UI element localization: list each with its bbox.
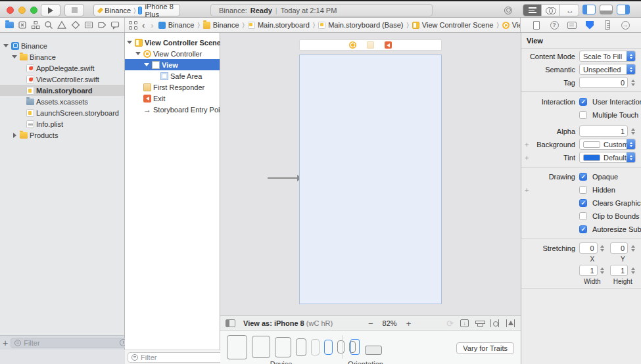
zoom-window-button[interactable] — [30, 7, 37, 14]
size-inspector-tab[interactable] — [602, 20, 613, 30]
symbol-navigator-tab[interactable] — [30, 20, 41, 30]
standard-editor-button[interactable] — [523, 5, 542, 16]
disclosure-triangle[interactable] — [126, 41, 133, 44]
identity-inspector-tab[interactable] — [567, 20, 577, 30]
breadcrumb[interactable]: Binance — [203, 21, 239, 29]
toggle-inspectors-button[interactable] — [617, 5, 630, 14]
test-navigator-tab[interactable] — [70, 20, 81, 30]
file-row-launchscreen[interactable]: LaunchScreen.storyboard — [0, 107, 124, 118]
quick-help-inspector-tab[interactable]: ? — [549, 20, 559, 30]
add-user-defined-attribute-button[interactable]: + — [525, 141, 529, 148]
tag-field[interactable]: 0 — [579, 77, 628, 88]
filter-input[interactable] — [24, 339, 117, 347]
resolve-autolayout-button[interactable] — [506, 319, 515, 327]
file-row-main-storyboard[interactable]: Main.storyboard — [0, 85, 124, 96]
source-control-navigator-tab[interactable] — [17, 20, 28, 30]
outline-row-safe-area[interactable]: Safe Area — [125, 70, 220, 81]
go-back-button[interactable]: ‹ — [141, 20, 146, 30]
related-items-icon[interactable] — [129, 21, 137, 30]
view-controller-icon[interactable] — [349, 41, 356, 49]
navigator-filter-field[interactable] — [11, 338, 140, 348]
scheme-selector[interactable]: Binance 〉 iPhone 8 Plus — [93, 4, 180, 16]
connections-inspector-tab[interactable]: → — [620, 20, 630, 30]
report-navigator-tab[interactable] — [110, 20, 120, 30]
zoom-out-button[interactable]: − — [368, 319, 373, 329]
zoom-in-button[interactable]: + — [406, 319, 412, 329]
storyboard-entry-point-arrow[interactable] — [268, 177, 298, 179]
autoresize-subviews-checkbox[interactable] — [579, 225, 587, 233]
outline-row-entry-point[interactable]: → Storyboard Entry Point — [125, 104, 220, 115]
add-file-button[interactable]: + — [3, 338, 8, 348]
update-frames-button[interactable]: ⟳ — [446, 319, 454, 329]
file-row-infoplist[interactable]: Info.plist — [0, 118, 124, 129]
run-button[interactable] — [41, 4, 60, 16]
stretching-width-field[interactable]: 1 — [579, 265, 598, 276]
stretching-y-stepper[interactable] — [630, 245, 636, 252]
breadcrumb[interactable]: Binance — [158, 21, 195, 29]
stretching-height-stepper[interactable] — [630, 267, 636, 274]
iphone-x-icon[interactable] — [311, 339, 320, 355]
multiple-touch-checkbox[interactable] — [579, 111, 587, 119]
breakpoint-navigator-tab[interactable] — [97, 20, 107, 30]
breadcrumb[interactable]: Main.storyboard — [248, 21, 310, 29]
iphone-se-icon[interactable] — [337, 340, 344, 353]
find-navigator-tab[interactable] — [43, 20, 54, 30]
attributes-inspector-tab[interactable] — [584, 20, 595, 30]
opaque-checkbox[interactable] — [579, 173, 587, 181]
file-row-appdelegate[interactable]: AppDelegate.swift — [0, 62, 124, 74]
view-as-label[interactable]: View as: iPhone 8 (wC hR) — [243, 319, 333, 327]
file-row-products[interactable]: Products — [0, 129, 124, 141]
issue-navigator-tab[interactable] — [57, 20, 67, 30]
iphone-8-plus-icon[interactable] — [296, 338, 306, 356]
disclosure-triangle[interactable] — [11, 55, 18, 58]
toggle-debug-area-button[interactable] — [600, 5, 613, 14]
debug-navigator-tab[interactable] — [83, 20, 94, 30]
vary-for-traits-button[interactable]: Vary for Traits — [456, 342, 514, 354]
ipad-10-5-icon[interactable] — [252, 336, 270, 358]
stretching-height-field[interactable]: 1 — [610, 265, 629, 276]
stretching-y-field[interactable]: 0 — [610, 242, 629, 254]
close-window-button[interactable] — [7, 7, 14, 14]
file-row-assets[interactable]: Assets.xcassets — [0, 96, 124, 107]
outline-row-exit[interactable]: Exit — [125, 93, 220, 104]
ipad-12-9-icon[interactable] — [227, 335, 247, 359]
go-forward-button[interactable]: › — [149, 20, 154, 30]
disclosure-triangle[interactable] — [143, 63, 150, 66]
align-button[interactable] — [475, 319, 484, 327]
exit-icon[interactable] — [385, 41, 392, 49]
toggle-navigator-button[interactable] — [582, 5, 596, 14]
embed-in-button[interactable]: ↓ — [460, 319, 469, 327]
iphone-8-icon-selected[interactable] — [324, 340, 333, 355]
first-responder-icon[interactable] — [367, 41, 374, 49]
tag-stepper[interactable] — [630, 80, 636, 86]
alpha-stepper[interactable] — [630, 128, 636, 135]
target-button[interactable] — [500, 4, 517, 16]
file-row-binance-group[interactable]: Binance — [0, 51, 124, 62]
outline-row-first-responder[interactable]: First Responder — [125, 81, 220, 93]
breadcrumb[interactable]: Main.storyboard (Base) — [318, 21, 403, 29]
hidden-checkbox[interactable] — [579, 186, 587, 194]
background-popup[interactable]: Custom — [579, 139, 636, 150]
outline-row-scene[interactable]: View Controller Scene — [125, 37, 220, 48]
stop-button[interactable] — [64, 4, 84, 16]
disclosure-triangle[interactable] — [11, 133, 18, 138]
file-inspector-tab[interactable] — [531, 20, 542, 30]
view-controller-view[interactable] — [299, 55, 442, 304]
semantic-popup[interactable]: Unspecified — [579, 64, 636, 75]
stretching-x-stepper[interactable] — [600, 245, 605, 252]
minimize-window-button[interactable] — [18, 7, 26, 14]
assistant-editor-button[interactable] — [542, 5, 560, 16]
file-row-binance-project[interactable]: Binance — [0, 40, 124, 51]
project-navigator-tab[interactable] — [4, 20, 14, 30]
breadcrumb[interactable]: View Controller — [502, 21, 521, 29]
add-constraints-button[interactable] — [490, 319, 500, 327]
stretching-width-stepper[interactable] — [600, 267, 605, 274]
stretching-x-field[interactable]: 0 — [579, 242, 598, 254]
add-user-defined-attribute-button[interactable]: + — [525, 154, 529, 162]
clip-to-bounds-checkbox[interactable] — [579, 212, 587, 220]
clears-graphics-context-checkbox[interactable] — [579, 199, 587, 207]
portrait-orientation-icon[interactable] — [350, 339, 360, 355]
tint-color-well[interactable] — [583, 154, 600, 161]
zoom-level[interactable]: 82% — [383, 319, 397, 327]
alpha-field[interactable]: 1 — [579, 125, 628, 137]
